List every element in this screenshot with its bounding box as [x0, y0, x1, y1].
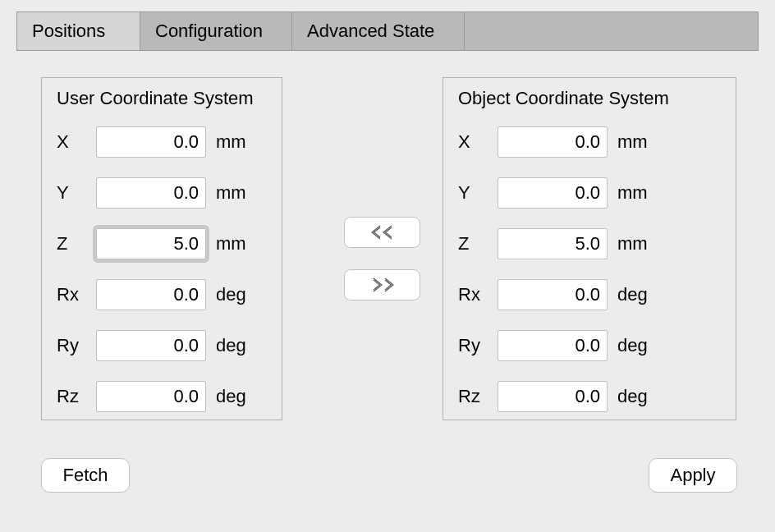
ucs-x-input[interactable] [96, 126, 206, 158]
tab-label: Advanced State [307, 21, 434, 42]
tab-positions[interactable]: Positions [17, 12, 140, 50]
ocs-ry-input[interactable] [498, 330, 608, 361]
ocs-rz-label: Rz [458, 386, 498, 407]
apply-button[interactable]: Apply [649, 458, 737, 493]
fetch-button[interactable]: Fetch [41, 458, 130, 493]
ucs-rz-row: Rzdeg [57, 378, 272, 415]
ucs-ry-row: Rydeg [57, 328, 272, 364]
group-title: User Coordinate System [57, 88, 272, 109]
double-chevron-right-icon [369, 277, 397, 293]
ocs-rz-input[interactable] [498, 381, 608, 412]
group-object-coordinate-system: Object Coordinate System Xmm Ymm Zmm Rxd… [443, 77, 736, 420]
ucs-rz-unit: deg [216, 386, 257, 407]
ocs-y-label: Y [458, 182, 498, 204]
ucs-rz-input[interactable] [96, 381, 206, 412]
double-chevron-left-icon [369, 224, 397, 241]
ocs-x-row: Xmm [458, 124, 726, 160]
ocs-y-row: Ymm [458, 175, 726, 211]
ucs-rx-unit: deg [216, 284, 257, 305]
ucs-z-input[interactable] [96, 228, 206, 259]
ocs-rx-unit: deg [617, 284, 658, 305]
group-user-coordinate-system: User Coordinate System Xmm Ymm Zmm Rxdeg… [41, 77, 282, 420]
ucs-ry-label: Ry [57, 335, 96, 356]
ocs-ry-unit: deg [617, 335, 658, 356]
ucs-y-unit: mm [216, 182, 257, 204]
ocs-y-unit: mm [617, 182, 658, 204]
button-label: Apply [670, 465, 715, 486]
ucs-z-unit: mm [216, 233, 257, 255]
tab-label: Positions [32, 21, 105, 42]
button-label: Fetch [62, 465, 108, 486]
ucs-rx-input[interactable] [96, 279, 206, 310]
ocs-rz-unit: deg [617, 386, 658, 407]
copy-right-button[interactable] [344, 269, 420, 300]
ocs-rx-input[interactable] [498, 279, 608, 310]
ucs-z-row: Zmm [57, 226, 272, 262]
ocs-x-label: X [458, 131, 498, 153]
copy-left-button[interactable] [344, 217, 420, 248]
tab-configuration[interactable]: Configuration [140, 12, 292, 50]
ucs-rx-label: Rx [57, 284, 96, 305]
ucs-x-row: Xmm [57, 124, 272, 160]
tab-advanced[interactable]: Advanced State [292, 12, 465, 50]
ocs-rz-row: Rzdeg [458, 378, 726, 415]
ucs-z-label: Z [57, 233, 96, 255]
ucs-ry-input[interactable] [96, 330, 206, 361]
ocs-z-row: Zmm [458, 226, 726, 262]
ucs-ry-unit: deg [216, 335, 257, 356]
ocs-x-input[interactable] [498, 126, 608, 158]
tab-label: Configuration [155, 21, 263, 42]
ocs-x-unit: mm [617, 131, 658, 153]
ucs-rx-row: Rxdeg [57, 277, 272, 313]
ucs-rz-label: Rz [57, 386, 96, 407]
ocs-ry-row: Rydeg [458, 328, 726, 364]
ucs-y-row: Ymm [57, 175, 272, 211]
ocs-rx-row: Rxdeg [458, 277, 726, 313]
ucs-y-input[interactable] [96, 177, 206, 209]
ocs-ry-label: Ry [458, 335, 498, 356]
ocs-rx-label: Rx [458, 284, 498, 305]
group-title: Object Coordinate System [458, 88, 726, 109]
ocs-z-label: Z [458, 233, 498, 255]
ucs-x-unit: mm [216, 131, 257, 153]
ocs-z-input[interactable] [498, 228, 608, 259]
ucs-y-label: Y [57, 182, 96, 204]
ucs-x-label: X [57, 131, 96, 153]
tabs: Positions Configuration Advanced State [16, 11, 759, 51]
ocs-y-input[interactable] [498, 177, 608, 209]
ocs-z-unit: mm [617, 233, 658, 255]
